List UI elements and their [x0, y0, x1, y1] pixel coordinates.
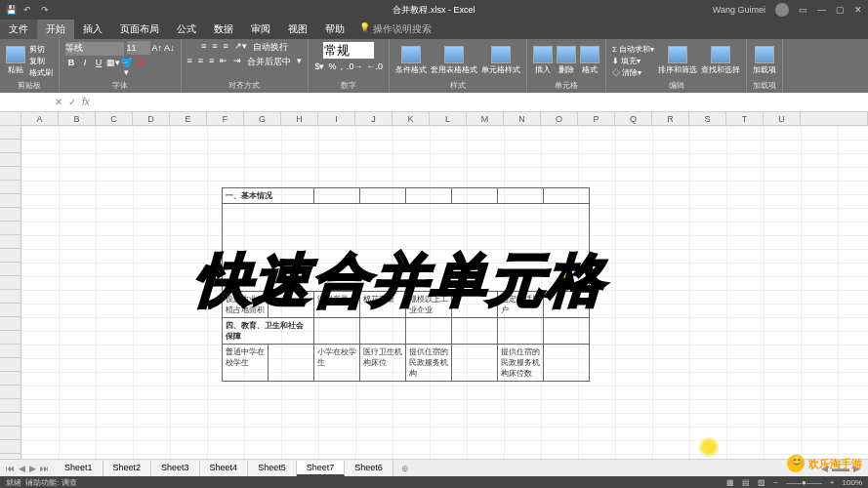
sheet-nav-first-icon[interactable]: ⏮ — [6, 464, 15, 473]
row-header[interactable] — [0, 126, 21, 140]
clear-button[interactable]: ◇ 清除▾ — [612, 67, 654, 78]
sheet-tab[interactable]: Sheet2 — [103, 461, 152, 476]
view-normal-icon[interactable]: ▦ — [726, 478, 734, 487]
view-pagelayout-icon[interactable]: ▤ — [742, 478, 750, 487]
col-header[interactable]: H — [281, 112, 318, 125]
dec-decimal-icon[interactable]: ←.0 — [366, 61, 383, 71]
decrease-font-icon[interactable]: A↓ — [164, 43, 175, 53]
font-size-select[interactable] — [127, 41, 150, 55]
align-center-icon[interactable]: ≡ — [198, 56, 203, 68]
row-header[interactable] — [0, 167, 21, 181]
cell-style-button[interactable]: 单元格样式 — [481, 46, 520, 75]
font-name-select[interactable] — [65, 42, 124, 56]
row-header[interactable] — [0, 222, 21, 235]
row-header[interactable] — [0, 153, 21, 167]
copy-button[interactable]: 复制 — [29, 56, 53, 66]
comma-icon[interactable]: , — [340, 61, 343, 71]
col-header[interactable]: O — [541, 112, 578, 125]
increase-font-icon[interactable]: A↑ — [152, 43, 163, 53]
save-icon[interactable]: 💾 — [6, 5, 16, 15]
zoom-level[interactable]: 100% — [843, 478, 862, 487]
col-header[interactable]: F — [207, 112, 244, 125]
indent-inc-icon[interactable]: ⇥ — [233, 56, 241, 68]
row-header[interactable] — [0, 427, 21, 440]
merge-button[interactable]: 合并后居中 — [247, 56, 291, 68]
align-mid-icon[interactable]: ≡ — [212, 41, 217, 54]
maximize-icon[interactable]: ▢ — [836, 5, 845, 15]
col-header[interactable]: D — [133, 112, 170, 125]
underline-button[interactable]: U — [93, 58, 104, 77]
row-header[interactable] — [0, 331, 21, 345]
fx-icon[interactable]: fx — [82, 97, 90, 107]
row-header[interactable] — [0, 345, 21, 358]
new-sheet-button[interactable]: ⊕ — [393, 464, 417, 473]
cond-format-button[interactable]: 条件格式 — [395, 46, 427, 75]
col-header[interactable]: B — [59, 112, 96, 125]
row-header[interactable] — [0, 358, 21, 372]
col-header[interactable]: L — [430, 112, 467, 125]
autosum-button[interactable]: Σ 自动求和▾ — [612, 44, 654, 55]
tab-data[interactable]: 数据 — [205, 20, 242, 39]
row-header[interactable] — [0, 140, 21, 153]
col-header[interactable]: P — [578, 112, 615, 125]
cut-button[interactable]: 剪切 — [29, 44, 53, 55]
col-header[interactable]: A — [21, 112, 59, 125]
orientation-icon[interactable]: ↗▾ — [234, 41, 247, 54]
row-header[interactable] — [0, 317, 21, 331]
row-header[interactable] — [0, 386, 21, 399]
fill-color-button[interactable]: 🪣▾ — [120, 58, 132, 77]
sheet-nav-last-icon[interactable]: ⏭ — [40, 464, 49, 473]
tab-help[interactable]: 帮助 — [316, 20, 353, 39]
italic-button[interactable]: I — [79, 58, 91, 77]
inc-decimal-icon[interactable]: .0→ — [347, 61, 363, 71]
row-header[interactable] — [0, 181, 21, 194]
redo-icon[interactable]: ↷ — [41, 5, 51, 15]
col-header[interactable]: K — [393, 112, 430, 125]
col-header[interactable]: C — [96, 112, 133, 125]
row-header[interactable] — [0, 263, 21, 276]
row-header[interactable] — [0, 276, 21, 290]
tab-layout[interactable]: 页面布局 — [111, 20, 168, 39]
sheet-nav-next-icon[interactable]: ▶ — [29, 464, 36, 473]
number-format-select[interactable] — [322, 41, 375, 60]
col-header[interactable]: I — [318, 112, 355, 125]
enter-formula-icon[interactable]: ✓ — [68, 97, 76, 107]
align-top-icon[interactable]: ≡ — [201, 41, 206, 54]
tab-formulas[interactable]: 公式 — [168, 20, 205, 39]
user-avatar[interactable] — [775, 3, 789, 17]
sheet-tab[interactable]: Sheet6 — [345, 461, 393, 476]
bold-button[interactable]: B — [65, 58, 77, 77]
col-header[interactable]: E — [170, 112, 207, 125]
find-select-button[interactable]: 查找和选择 — [701, 46, 740, 75]
insert-cells-button[interactable]: 插入 — [533, 46, 553, 75]
undo-icon[interactable]: ↶ — [23, 5, 33, 15]
fill-button[interactable]: ⬇ 填充▾ — [612, 56, 654, 66]
tab-home[interactable]: 开始 — [37, 20, 74, 39]
tab-view[interactable]: 视图 — [279, 20, 316, 39]
row-header[interactable] — [0, 194, 21, 208]
spreadsheet-grid[interactable]: 一、基本情况 设施农业种植占地面积油料产量棉花产量规模以上工业企业固定电话用户 … — [0, 126, 868, 488]
col-header[interactable]: J — [355, 112, 393, 125]
row-header[interactable] — [0, 440, 21, 454]
delete-cells-button[interactable]: 删除 — [557, 46, 576, 75]
col-header[interactable]: M — [467, 112, 504, 125]
zoom-out-icon[interactable]: − — [773, 478, 778, 487]
indent-dec-icon[interactable]: ⇤ — [220, 56, 227, 68]
zoom-in-icon[interactable]: + — [830, 478, 835, 487]
row-header[interactable] — [0, 372, 21, 386]
col-header[interactable]: U — [764, 112, 801, 125]
close-icon[interactable]: ✕ — [854, 5, 862, 15]
col-header[interactable]: Q — [615, 112, 652, 125]
row-header[interactable] — [0, 413, 21, 427]
paste-button[interactable]: 粘贴 — [6, 46, 25, 75]
table-format-button[interactable]: 套用表格格式 — [431, 46, 477, 75]
tab-insert[interactable]: 插入 — [74, 20, 111, 39]
col-header[interactable]: T — [726, 112, 764, 125]
wrap-button[interactable]: 自动换行 — [253, 41, 288, 54]
row-header[interactable] — [0, 399, 21, 413]
sheet-tab[interactable]: Sheet7 — [297, 461, 346, 476]
format-painter-button[interactable]: 格式刷 — [29, 67, 53, 78]
percent-icon[interactable]: % — [328, 61, 336, 71]
row-header[interactable] — [0, 208, 21, 222]
view-pagebreak-icon[interactable]: ▧ — [758, 478, 765, 487]
